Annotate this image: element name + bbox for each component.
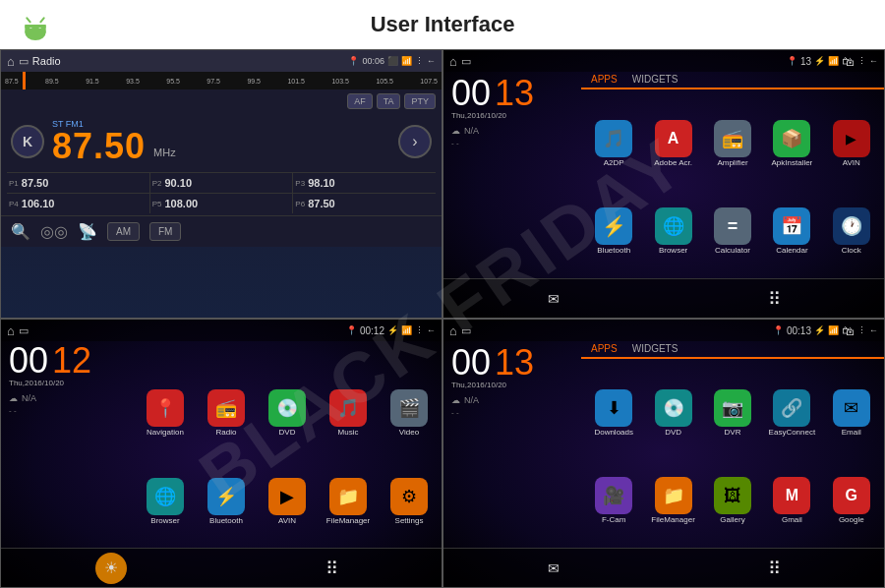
apps1-status-bar: ⌂ ▭ 📍 13 ⚡ 📶 🛍 ⋮ ← bbox=[443, 50, 884, 72]
next-station-button[interactable]: › bbox=[398, 125, 432, 158]
am-button[interactable]: AM bbox=[107, 222, 140, 241]
menu-icon-s3[interactable]: ⋮ bbox=[415, 325, 424, 335]
preset-p1[interactable]: P1 87.50 bbox=[7, 173, 149, 193]
s3-status-right: 📍 00:12 ⚡ 📶 ⋮ ← bbox=[346, 325, 436, 336]
shop-icon-s4[interactable]: 🛍 bbox=[842, 323, 855, 338]
message-dock-icon-s4[interactable]: ✉ bbox=[538, 553, 569, 584]
menu-icon-s2[interactable]: ⋮ bbox=[857, 56, 866, 66]
app-gmail[interactable]: M Gmail bbox=[763, 458, 820, 544]
tab-widgets-s2[interactable]: WIDGETS bbox=[632, 74, 678, 88]
preset-p6[interactable]: P6 87.50 bbox=[293, 194, 436, 213]
sun-dock-icon[interactable]: ☀ bbox=[95, 553, 127, 584]
app-email[interactable]: ✉ Email bbox=[823, 371, 880, 456]
eq-icon[interactable]: ◎◎ bbox=[40, 222, 68, 241]
app-filemanager-s4[interactable]: 📁 FileManager bbox=[644, 458, 701, 544]
af-button[interactable]: AF bbox=[347, 93, 373, 109]
k-button[interactable]: K bbox=[11, 125, 44, 158]
back-icon-s4[interactable]: ← bbox=[869, 325, 878, 335]
radio-mode-controls: AF TA PTY bbox=[1, 89, 442, 113]
preset-p3[interactable]: P3 98.10 bbox=[293, 173, 436, 193]
grid-dock-icon-s3[interactable]: ⠿ bbox=[316, 553, 347, 584]
freq-indicator bbox=[23, 72, 26, 89]
app-video[interactable]: 🎬 Video bbox=[381, 371, 438, 455]
app-avin-s3[interactable]: ▶ AVIN bbox=[259, 459, 316, 544]
clock-widget-s2: 00 13 Thu,2016/10/20 ☁ N/A - - bbox=[443, 72, 581, 151]
app-radio[interactable]: 📻 Radio bbox=[198, 371, 255, 455]
app-bluetooth-s3[interactable]: ⚡ Bluetooth bbox=[198, 459, 255, 544]
app-gallery[interactable]: 🖼 Gallery bbox=[704, 458, 761, 544]
clock-icon: 🕐 bbox=[833, 207, 870, 245]
page-title: User Interface bbox=[20, 12, 865, 37]
app-a2dp[interactable]: 🎵 A2DP bbox=[585, 101, 642, 187]
filemanager-icon-s3: 📁 bbox=[329, 478, 367, 515]
app-dvd-s3[interactable]: 💿 DVD bbox=[259, 371, 316, 455]
bt-icon-s2: ⚡ bbox=[814, 56, 825, 66]
app-google[interactable]: G Google bbox=[823, 458, 880, 544]
back-icon[interactable]: ← bbox=[427, 56, 436, 66]
dvd-icon-s4: 💿 bbox=[655, 389, 692, 427]
search-icon[interactable]: 🔍 bbox=[11, 222, 30, 241]
calculator-icon: = bbox=[714, 207, 751, 245]
home-icon-s2[interactable]: ⌂ bbox=[449, 54, 457, 69]
app-fcam[interactable]: 🎥 F-Cam bbox=[585, 458, 642, 544]
app-calendar[interactable]: 📅 Calendar bbox=[763, 189, 820, 274]
app-downloads[interactable]: ⬇ Downloads bbox=[585, 371, 642, 456]
app-avin[interactable]: ▶ AVIN bbox=[823, 101, 880, 187]
preset-row-1: P1 87.50 P2 90.10 P3 98.10 bbox=[7, 172, 436, 193]
app-apkinstaller[interactable]: 📦 ApkInstaller bbox=[763, 101, 820, 187]
app-calculator[interactable]: = Calculator bbox=[704, 189, 761, 274]
app-dvr[interactable]: 📷 DVR bbox=[704, 371, 761, 456]
google-icon: G bbox=[833, 477, 870, 514]
preset-p4[interactable]: P4 106.10 bbox=[7, 194, 149, 213]
tab-apps-s4[interactable]: APPS bbox=[591, 343, 618, 359]
amplifier-icon: 📻 bbox=[714, 120, 751, 157]
home-clock-hh: 00 bbox=[9, 343, 48, 379]
preset-p5[interactable]: P5 108.00 bbox=[150, 194, 293, 213]
shop-icon-s2[interactable]: 🛍 bbox=[842, 54, 855, 69]
app-dvd-s4[interactable]: 💿 DVD bbox=[644, 371, 701, 456]
app-browser-s3[interactable]: 🌐 Browser bbox=[137, 459, 194, 544]
back-icon-s2[interactable]: ← bbox=[869, 56, 878, 66]
apps-grid-s4: ⬇ Downloads 💿 DVD 📷 DVR 🔗 EasyConnect ✉ … bbox=[581, 367, 884, 548]
preset-p2[interactable]: P2 90.10 bbox=[150, 173, 293, 193]
gmail-icon: M bbox=[773, 477, 810, 514]
message-dock-icon[interactable]: ✉ bbox=[538, 283, 569, 315]
location-icon-s2: 📍 bbox=[787, 56, 797, 66]
app-easyconnect[interactable]: 🔗 EasyConnect bbox=[763, 371, 820, 456]
browser-icon: 🌐 bbox=[655, 207, 692, 245]
app-music[interactable]: 🎵 Music bbox=[320, 371, 377, 455]
bottom-dock-s4: ✉ ⠿ bbox=[443, 548, 884, 587]
tabs-bar-s2: APPS WIDGETS bbox=[581, 72, 884, 89]
app-adobe[interactable]: A Adobe Acr. bbox=[644, 101, 701, 187]
grid-dock-icon[interactable]: ⠿ bbox=[758, 283, 790, 315]
app-bluetooth[interactable]: ⚡ Bluetooth bbox=[585, 189, 642, 274]
ta-button[interactable]: TA bbox=[377, 93, 401, 109]
tab-widgets-s4[interactable]: WIDGETS bbox=[632, 343, 678, 357]
app-clock[interactable]: 🕐 Clock bbox=[823, 189, 880, 274]
fm-button[interactable]: FM bbox=[149, 222, 181, 241]
home-icon-s4[interactable]: ⌂ bbox=[449, 323, 457, 338]
grid-dock-icon-s4[interactable]: ⠿ bbox=[758, 553, 790, 584]
screen-home: ⌂ ▭ 📍 00:12 ⚡ 📶 ⋮ ← 00 12 Thu,2016/10/20… bbox=[0, 319, 442, 588]
adobe-label: Adobe Acr. bbox=[654, 159, 692, 168]
back-icon-s3[interactable]: ← bbox=[427, 325, 436, 335]
app-settings[interactable]: ⚙ Settings bbox=[381, 459, 438, 544]
weather-detail-s2: - - bbox=[451, 139, 573, 147]
menu-icon[interactable]: ⋮ bbox=[415, 56, 424, 66]
home-icon[interactable]: ⌂ bbox=[7, 54, 15, 69]
avin-icon: ▶ bbox=[833, 120, 870, 157]
signal-s2: 📶 bbox=[828, 56, 839, 66]
home-icon-s3[interactable]: ⌂ bbox=[7, 323, 15, 338]
apkinstaller-icon: 📦 bbox=[773, 120, 810, 157]
tab-apps-s2[interactable]: APPS bbox=[591, 74, 618, 89]
navigation-label: Navigation bbox=[147, 429, 184, 438]
signal-scan-icon[interactable]: 📡 bbox=[78, 222, 97, 241]
app-amplifier[interactable]: 📻 Amplifier bbox=[704, 101, 761, 187]
bluetooth-label-s3: Bluetooth bbox=[209, 517, 243, 526]
app-navigation[interactable]: 📍 Navigation bbox=[137, 371, 194, 455]
app-filemanager-s3[interactable]: 📁 FileManager bbox=[320, 459, 377, 544]
app-browser[interactable]: 🌐 Browser bbox=[644, 189, 701, 274]
avin-label: AVIN bbox=[843, 159, 860, 168]
pty-button[interactable]: PTY bbox=[404, 93, 436, 109]
menu-icon-s4[interactable]: ⋮ bbox=[857, 325, 866, 335]
